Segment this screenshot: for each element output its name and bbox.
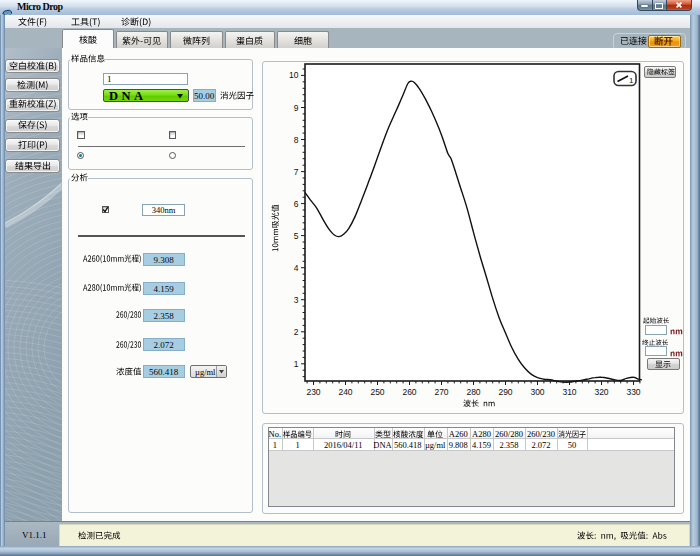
svg-text:330: 330: [626, 387, 640, 397]
svg-text:5: 5: [294, 231, 299, 241]
svg-text:1: 1: [629, 76, 634, 85]
svg-text:300: 300: [530, 387, 544, 397]
svg-text:290: 290: [498, 387, 512, 397]
svg-text:8: 8: [294, 135, 299, 145]
svg-text:280: 280: [466, 387, 480, 397]
svg-text:7: 7: [294, 167, 299, 177]
svg-text:6: 6: [294, 199, 299, 209]
svg-text:230: 230: [306, 387, 320, 397]
svg-text:260: 260: [402, 387, 416, 397]
svg-text:270: 270: [434, 387, 448, 397]
svg-text:240: 240: [338, 387, 352, 397]
svg-text:9: 9: [294, 103, 299, 113]
svg-text:250: 250: [370, 387, 384, 397]
svg-text:10: 10: [289, 70, 299, 80]
svg-text:4: 4: [294, 263, 299, 273]
svg-text:3: 3: [294, 295, 299, 305]
svg-text:1: 1: [294, 359, 299, 369]
svg-text:320: 320: [594, 387, 608, 397]
svg-text:2: 2: [294, 327, 299, 337]
svg-text:310: 310: [562, 387, 576, 397]
